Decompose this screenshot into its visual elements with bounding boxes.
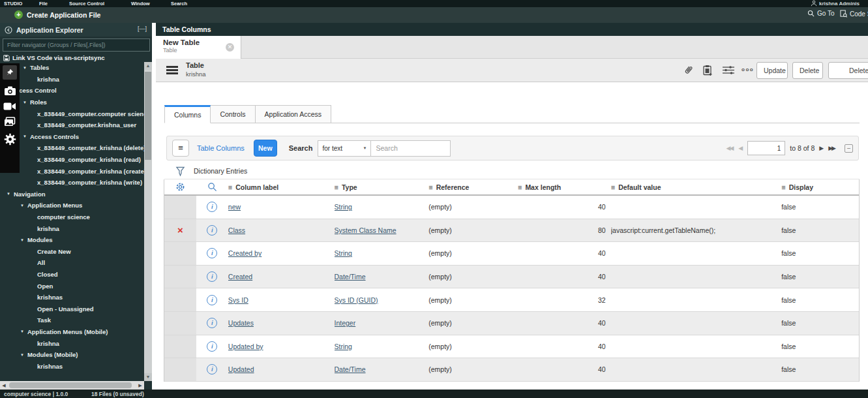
- cell-column-label-link[interactable]: Created: [228, 273, 252, 281]
- filter-navigator-input[interactable]: [3, 38, 150, 52]
- column-menu-icon[interactable]: ≡: [335, 183, 338, 191]
- column-menu-icon[interactable]: ≡: [518, 183, 522, 191]
- sliders-icon[interactable]: [722, 65, 735, 76]
- tree-item-open[interactable]: Open: [0, 280, 144, 292]
- column-menu-icon[interactable]: ≡: [428, 183, 432, 191]
- column-header-label[interactable]: ≡Column label: [228, 183, 335, 191]
- scroll-up-icon[interactable]: ▲: [144, 62, 152, 70]
- column-menu-icon[interactable]: ≡: [781, 183, 785, 191]
- info-icon[interactable]: i: [207, 295, 217, 305]
- user-menu[interactable]: krishna Adminis: [811, 0, 860, 7]
- column-header-max-length[interactable]: ≡Max length: [518, 183, 611, 191]
- info-icon[interactable]: i: [207, 271, 217, 282]
- delete-button[interactable]: Delete: [792, 62, 823, 79]
- tree-item-x-838449-computer-krishna-read-[interactable]: x_838449_computer_krishna (read): [0, 154, 144, 166]
- page-number-input[interactable]: [747, 141, 785, 155]
- video-icon[interactable]: [3, 102, 16, 111]
- tab-columns[interactable]: Columns: [164, 105, 211, 123]
- cell-column-label-link[interactable]: new: [228, 203, 241, 211]
- tree-item-computer-science[interactable]: computer science: [0, 211, 144, 223]
- last-page-icon[interactable]: ▶▶: [828, 145, 835, 151]
- menu-window[interactable]: Window: [131, 1, 150, 7]
- tree-item-x-838449-computer-krishna-create-[interactable]: x_838449_computer_krishna (create): [0, 165, 144, 177]
- column-header-reference[interactable]: ≡Reference: [428, 183, 518, 191]
- scroll-right-icon[interactable]: ▶: [136, 381, 144, 390]
- next-page-icon[interactable]: ▶: [819, 145, 824, 151]
- column-header-default-value[interactable]: ≡Default value: [611, 183, 782, 191]
- info-icon[interactable]: i: [207, 364, 217, 375]
- cell-type-link[interactable]: String: [335, 203, 352, 211]
- list-title-link[interactable]: Table Columns: [197, 144, 245, 152]
- scrollbar-thumb[interactable]: [145, 72, 151, 160]
- info-icon[interactable]: i: [207, 248, 217, 258]
- tree-item-create-new[interactable]: Create New: [0, 246, 144, 258]
- tree-item-all[interactable]: All: [0, 257, 144, 269]
- delete-all-records-button[interactable]: Delete All Rec: [828, 62, 868, 79]
- tree-item-x-838449-computer-krishna-user[interactable]: x_838449_computer.krishna_user: [0, 119, 144, 131]
- column-menu-icon[interactable]: ≡: [228, 183, 232, 191]
- menu-source-control[interactable]: Source Control: [69, 1, 104, 7]
- scroll-left-icon[interactable]: ◀: [0, 381, 8, 390]
- tree-group-navigation[interactable]: ▼Navigation: [0, 189, 144, 200]
- form-context-menu-icon[interactable]: [166, 66, 178, 74]
- tree-group-access-control[interactable]: Access Control: [0, 85, 144, 97]
- tab-application-access[interactable]: Application Access: [256, 105, 332, 123]
- tree-item-krishna[interactable]: krishna: [0, 222, 144, 234]
- link-vscode-button[interactable]: Link VS Code via sn-scriptsync: [3, 54, 105, 61]
- tree-item-x-838449-computer-krishna-write-[interactable]: x_838449_computer_krishna (write): [0, 177, 144, 189]
- menu-file[interactable]: File: [39, 1, 48, 7]
- cell-type-link[interactable]: String: [335, 249, 352, 257]
- tree-item-krishnas[interactable]: krishnas: [0, 292, 144, 303]
- cell-column-label-link[interactable]: Updated by: [228, 343, 263, 350]
- cell-type-link[interactable]: Date/Time: [335, 273, 366, 281]
- gear-icon[interactable]: [4, 133, 16, 145]
- delete-row-icon[interactable]: ×: [177, 226, 183, 234]
- column-menu-icon[interactable]: ≡: [611, 183, 615, 191]
- info-icon[interactable]: i: [207, 225, 217, 236]
- collapse-all-button[interactable]: [—]: [138, 25, 147, 32]
- filter-breadcrumb[interactable]: Dictionary Entries: [194, 167, 247, 175]
- menu-search[interactable]: Search: [171, 1, 187, 7]
- tab-controls[interactable]: Controls: [211, 105, 255, 123]
- tree-group-modules-mobile-[interactable]: ▼Modules (Mobile): [0, 349, 144, 361]
- tree-expand-icon[interactable]: ▼: [20, 238, 24, 242]
- funnel-icon[interactable]: [175, 166, 185, 177]
- tree-expand-icon[interactable]: ▼: [23, 134, 27, 138]
- personalize-list-gear-icon[interactable]: [164, 182, 196, 192]
- search-input[interactable]: [371, 140, 451, 157]
- column-header-type[interactable]: ≡Type: [335, 183, 429, 191]
- collapse-panel-icon[interactable]: [5, 26, 12, 34]
- column-header-display[interactable]: ≡Display: [781, 183, 859, 191]
- tree-expand-icon[interactable]: ▼: [23, 100, 27, 104]
- cell-column-label-link[interactable]: Created by: [228, 249, 262, 257]
- tree-group-application-menus[interactable]: ▼Application Menus: [0, 200, 144, 211]
- menu-studio[interactable]: STUDIO: [4, 1, 22, 7]
- list-context-menu-icon[interactable]: ≡: [172, 140, 189, 157]
- tree-group-roles[interactable]: ▼Roles: [0, 97, 144, 108]
- tree-expand-icon[interactable]: ▼: [20, 329, 24, 333]
- cell-column-label-link[interactable]: Class: [228, 226, 245, 234]
- info-icon[interactable]: i: [207, 341, 217, 352]
- cell-column-label-link[interactable]: Sys ID: [228, 296, 248, 304]
- scrollbar-thumb[interactable]: [9, 382, 132, 388]
- images-icon[interactable]: [4, 117, 16, 127]
- cell-type-link[interactable]: Sys ID (GUID): [335, 296, 378, 304]
- update-button[interactable]: Update: [756, 62, 788, 79]
- cell-column-label-link[interactable]: Updated: [228, 365, 254, 373]
- clipboard-plus-icon[interactable]: [702, 65, 713, 76]
- info-icon[interactable]: i: [207, 202, 217, 212]
- close-icon[interactable]: ✕: [226, 43, 234, 52]
- attachment-icon[interactable]: [683, 65, 694, 76]
- cell-type-link[interactable]: String: [335, 343, 352, 350]
- first-page-icon[interactable]: ◀◀: [726, 145, 733, 151]
- tree-item-task[interactable]: Task: [0, 314, 144, 326]
- tree-item-krishna[interactable]: krishna: [0, 74, 144, 85]
- sidebar-horizontal-scrollbar[interactable]: ◀ ▶: [0, 381, 144, 390]
- create-application-file-button[interactable]: Create Application File: [27, 11, 100, 19]
- cell-type-link[interactable]: Date/Time: [335, 365, 366, 373]
- tree-item-open-unassigned[interactable]: Open - Unassigned: [0, 303, 144, 314]
- code-search-button[interactable]: Code S: [840, 10, 868, 18]
- tree-item-krishnas[interactable]: krishnas: [0, 360, 144, 372]
- cell-type-link[interactable]: Integer: [335, 319, 356, 327]
- minimize-list-icon[interactable]: –: [845, 144, 853, 153]
